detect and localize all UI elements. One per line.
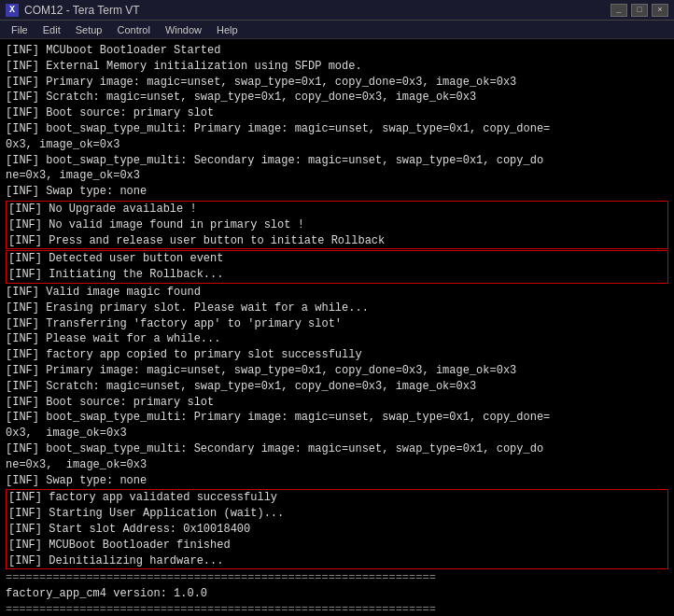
minimize-button[interactable]: _	[611, 4, 627, 17]
terminal-line: [INF] No Upgrade available !	[8, 202, 666, 217]
menu-setup[interactable]: Setup	[68, 21, 110, 39]
terminal-line: [INF] boot_swap_type_multi: Primary imag…	[6, 410, 668, 426]
terminal-line: [INF] factory app validated successfully	[8, 490, 666, 506]
terminal-line: [INF] Detected user button event	[8, 251, 666, 267]
title-icon: X	[6, 4, 19, 17]
terminal-line: [INF] Initiating the Rollback...	[8, 267, 666, 283]
terminal-line: [INF] boot_swap_type_multi: Primary imag…	[6, 121, 668, 137]
close-button[interactable]: ×	[652, 4, 668, 17]
terminal-line: [INF] Transferring 'factory app' to 'pri…	[6, 316, 668, 332]
terminal-line: [INF] Boot source: primary slot	[6, 105, 668, 121]
menu-control[interactable]: Control	[109, 21, 157, 39]
terminal-line: [INF] Scratch: magic=unset, swap_type=0x…	[6, 90, 668, 105]
menu-help[interactable]: Help	[209, 21, 246, 39]
terminal-line: [INF] Swap type: none	[6, 184, 668, 200]
title-buttons[interactable]: _ □ ×	[611, 4, 668, 17]
terminal-line: [INF] Deinitializing hardware...	[8, 553, 666, 569]
terminal-line: [INF] Boot source: primary slot	[6, 395, 668, 411]
terminal-separator: ========================================…	[6, 570, 668, 586]
terminal-version: factory_app_cm4 version: 1.0.0	[6, 586, 668, 602]
terminal-line: [INF] MCUBoot Bootloader finished	[8, 538, 666, 553]
terminal-line: [INF] factory app copied to primary slot…	[6, 347, 668, 363]
title-bar[interactable]: X COM12 - Tera Term VT _ □ ×	[0, 0, 674, 21]
menu-window[interactable]: Window	[158, 21, 209, 39]
terminal-line: [INF] External Memory initialization usi…	[6, 59, 668, 75]
terminal: [INF] MCUboot Bootloader Started[INF] Ex…	[0, 39, 674, 616]
terminal-line: [INF] Valid image magic found	[6, 285, 668, 301]
maximize-button[interactable]: □	[631, 4, 648, 17]
terminal-line: ne=0x3, image_ok=0x3	[6, 168, 668, 184]
terminal-line: [INF] No valid image found in primary sl…	[8, 217, 666, 233]
terminal-line: [INF] Primary image: magic=unset, swap_t…	[6, 363, 668, 379]
terminal-line: [INF] MCUboot Bootloader Started	[6, 43, 668, 59]
terminal-line: [INF] Press and release user button to i…	[8, 233, 666, 249]
terminal-line: [INF] boot_swap_type_multi: Secondary im…	[6, 153, 668, 169]
terminal-line: ne=0x3, image_ok=0x3	[6, 457, 668, 473]
terminal-line: [INF] boot_swap_type_multi: Secondary im…	[6, 441, 668, 457]
terminal-line: [INF] Erasing primary slot. Please wait …	[6, 301, 668, 316]
terminal-line: [INF] Please wait for a while...	[6, 331, 668, 347]
terminal-line: [INF] Primary image: magic=unset, swap_t…	[6, 75, 668, 91]
menu-file[interactable]: File	[4, 21, 35, 39]
menu-edit[interactable]: Edit	[35, 21, 68, 39]
title-text: COM12 - Tera Term VT	[24, 4, 611, 17]
terminal-line: [INF] Swap type: none	[6, 473, 668, 489]
terminal-line: 0x3, image_ok=0x3	[6, 137, 668, 153]
terminal-line: [INF] Scratch: magic=unset, swap_type=0x…	[6, 379, 668, 395]
terminal-line: 0x3, image_ok=0x3	[6, 426, 668, 441]
terminal-separator: ========================================…	[6, 602, 668, 616]
menu-bar: File Edit Setup Control Window Help	[0, 21, 674, 39]
terminal-line: [INF] Start slot Address: 0x10018400	[8, 522, 666, 538]
terminal-line: [INF] Starting User Application (wait)..…	[8, 506, 666, 522]
